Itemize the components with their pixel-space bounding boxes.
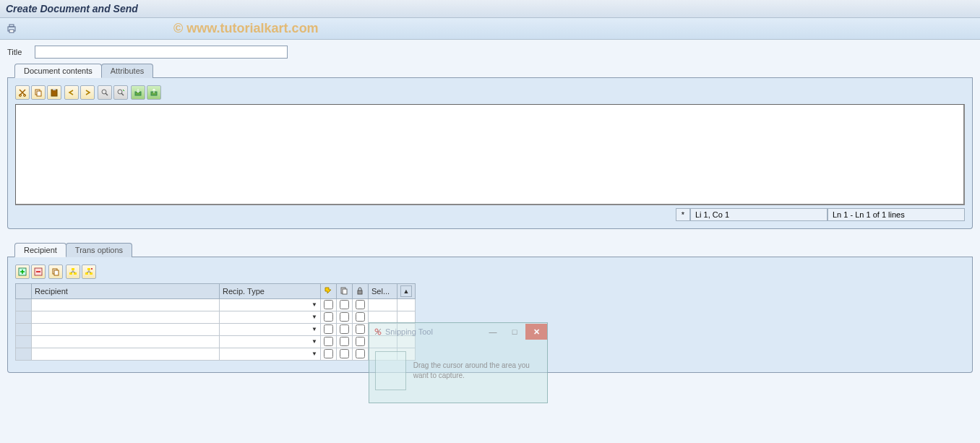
tab-attributes[interactable]: Attributes [101, 64, 153, 78]
blind-copy-checkbox[interactable] [356, 300, 365, 309]
copy-checkbox[interactable] [340, 300, 349, 309]
find-next-button[interactable] [113, 85, 128, 100]
tab-label: Trans options [75, 246, 123, 254]
copy-header[interactable] [337, 284, 353, 299]
express-checkbox[interactable] [324, 337, 333, 346]
distribution-list-button[interactable] [66, 264, 80, 279]
dropdown-icon[interactable]: ▼ [310, 300, 319, 309]
undo-button[interactable] [64, 85, 79, 100]
row-selector[interactable] [16, 324, 32, 336]
copy-recipient-button[interactable] [48, 264, 63, 279]
row-selector[interactable] [16, 336, 32, 348]
tab-document-contents[interactable]: Document contents [14, 64, 102, 78]
delete-row-button[interactable] [31, 264, 46, 279]
recipient-cell[interactable] [32, 336, 220, 348]
scroll-up-button[interactable]: ▲ [400, 285, 412, 297]
svg-rect-6 [37, 91, 41, 96]
recipient-cell[interactable] [32, 324, 220, 336]
blind-copy-cell[interactable] [353, 299, 369, 311]
recip-type-input[interactable] [220, 311, 320, 323]
copy-cell[interactable] [337, 336, 353, 348]
minimize-button[interactable]: — [482, 324, 504, 340]
recipient-input[interactable] [32, 324, 219, 335]
recip-type-cell[interactable]: ▼ [220, 311, 321, 324]
copy-cell[interactable] [337, 348, 353, 361]
copy-checkbox[interactable] [340, 337, 349, 346]
copy-cell[interactable] [337, 311, 353, 324]
copy-checkbox[interactable] [340, 324, 349, 334]
find-button[interactable] [98, 85, 112, 100]
recipient-input[interactable] [32, 299, 219, 311]
row-selector[interactable] [16, 299, 32, 311]
blind-copy-checkbox[interactable] [356, 337, 365, 346]
snipping-tool-window[interactable]: Snipping Tool — □ ✕ Drag the cursor arou… [369, 322, 548, 403]
recip-type-cell[interactable]: ▼ [220, 348, 321, 361]
express-cell[interactable] [321, 299, 337, 311]
recipient-cell[interactable] [32, 299, 220, 311]
express-header[interactable] [321, 284, 337, 299]
tab-trans-options[interactable]: Trans options [66, 243, 132, 257]
svg-point-23 [91, 268, 93, 270]
blind-copy-cell[interactable] [353, 336, 369, 348]
copy-button[interactable] [31, 85, 46, 100]
express-cell[interactable] [321, 324, 337, 336]
express-checkbox[interactable] [324, 324, 333, 334]
blind-copy-checkbox[interactable] [356, 324, 365, 334]
cut-button[interactable] [15, 85, 30, 100]
load-button[interactable] [131, 85, 145, 100]
blind-copy-cell[interactable] [353, 348, 369, 361]
recip-type-cell[interactable]: ▼ [220, 324, 321, 336]
document-editor[interactable] [15, 104, 965, 205]
scroll-track[interactable] [397, 299, 416, 311]
fax-entry-button[interactable] [82, 264, 96, 279]
paste-button[interactable] [47, 85, 61, 100]
express-checkbox[interactable] [324, 349, 333, 358]
blind-copy-cell[interactable] [353, 311, 369, 324]
recip-type-cell[interactable]: ▼ [220, 336, 321, 348]
close-button[interactable]: ✕ [525, 324, 547, 340]
dropdown-icon[interactable]: ▼ [310, 312, 319, 321]
recipient-header[interactable]: Recipient [32, 284, 220, 299]
row-selector-header[interactable] [16, 284, 32, 299]
print-icon[interactable] [6, 23, 17, 35]
row-selector[interactable] [16, 348, 32, 361]
redo-button[interactable] [80, 85, 95, 100]
blind-copy-header[interactable] [353, 284, 369, 299]
tab-recipient[interactable]: Recipient [14, 243, 66, 257]
recip-type-input[interactable] [220, 348, 320, 360]
insert-row-button[interactable] [15, 264, 30, 279]
recipient-cell[interactable] [32, 311, 220, 324]
dropdown-icon[interactable]: ▼ [310, 349, 319, 358]
recip-type-input[interactable] [220, 336, 320, 348]
recip-type-input[interactable] [220, 324, 320, 335]
row-selector[interactable] [16, 311, 32, 324]
blind-copy-checkbox[interactable] [356, 312, 365, 322]
express-cell[interactable] [321, 311, 337, 324]
copy-checkbox[interactable] [340, 312, 349, 322]
recip-type-input[interactable] [220, 299, 320, 311]
maximize-button[interactable]: □ [504, 324, 525, 340]
copy-cell[interactable] [337, 299, 353, 311]
recip-type-cell[interactable]: ▼ [220, 299, 321, 311]
express-cell[interactable] [321, 336, 337, 348]
blind-copy-cell[interactable] [353, 324, 369, 336]
blind-copy-checkbox[interactable] [356, 349, 365, 358]
dropdown-icon[interactable]: ▼ [310, 337, 319, 345]
select-cell[interactable] [369, 311, 397, 324]
recipient-input[interactable] [32, 311, 219, 323]
copy-checkbox[interactable] [340, 349, 349, 358]
save-button[interactable] [147, 85, 161, 100]
scroll-track[interactable] [397, 311, 416, 324]
select-cell[interactable] [369, 299, 397, 311]
express-checkbox[interactable] [324, 312, 333, 322]
recipient-input[interactable] [32, 348, 219, 360]
select-header[interactable]: Sel... [369, 284, 397, 299]
recipient-input[interactable] [32, 336, 219, 348]
express-cell[interactable] [321, 348, 337, 361]
recipient-cell[interactable] [32, 348, 220, 361]
dropdown-icon[interactable]: ▼ [310, 324, 319, 333]
copy-cell[interactable] [337, 324, 353, 336]
recip-type-header[interactable]: Recip. Type [220, 284, 321, 299]
title-input[interactable] [35, 46, 288, 59]
express-checkbox[interactable] [324, 300, 333, 309]
